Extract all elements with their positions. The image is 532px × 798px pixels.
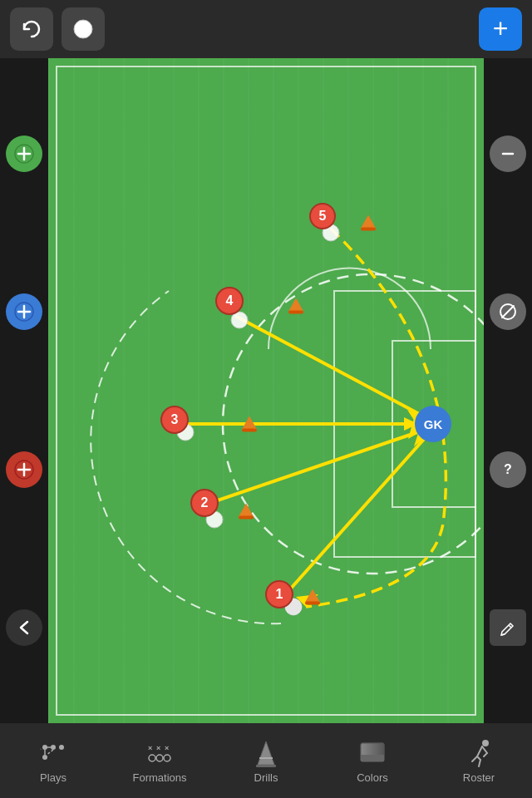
add-button[interactable]: + xyxy=(479,7,522,51)
right-sidebar: ? xyxy=(484,58,532,723)
svg-line-35 xyxy=(501,634,505,635)
bottom-nav: ◦ Plays × × × Formations xyxy=(0,723,532,798)
cone-3 xyxy=(242,416,257,432)
roster-icon xyxy=(464,738,494,768)
player-1[interactable]: 1 xyxy=(265,580,293,608)
colors-icon xyxy=(357,738,387,768)
canvas-area: 5 4 3 2 1 GK xyxy=(0,58,532,723)
top-toolbar: + xyxy=(0,0,532,58)
player-3[interactable]: 3 xyxy=(160,406,189,434)
edit-button[interactable] xyxy=(490,609,526,646)
field-markings: 5 4 3 2 1 GK xyxy=(48,58,484,723)
nav-colors[interactable]: Colors xyxy=(319,732,426,791)
cone-1 xyxy=(361,215,376,231)
svg-line-21 xyxy=(235,316,422,416)
svg-text:×: × xyxy=(156,744,160,752)
plays-icon: ◦ xyxy=(38,738,68,768)
svg-line-17 xyxy=(210,431,422,503)
refresh-button[interactable] xyxy=(10,7,53,51)
add-player-blue-button[interactable] xyxy=(6,293,42,330)
svg-rect-48 xyxy=(156,755,163,761)
svg-text:◦: ◦ xyxy=(40,746,42,751)
player-2[interactable]: 2 xyxy=(190,489,219,517)
drills-icon xyxy=(251,738,281,768)
svg-point-56 xyxy=(482,740,489,746)
ball-button[interactable] xyxy=(62,7,105,51)
svg-text:×: × xyxy=(165,744,169,752)
svg-point-37 xyxy=(51,745,56,750)
slash-button[interactable] xyxy=(490,293,526,330)
nav-plays[interactable]: ◦ Plays xyxy=(0,732,106,791)
nav-drills[interactable]: Drills xyxy=(213,732,319,791)
svg-line-34 xyxy=(509,625,511,628)
svg-point-38 xyxy=(59,745,64,750)
roster-label: Roster xyxy=(463,771,495,784)
cone-2 xyxy=(288,298,303,314)
colors-label: Colors xyxy=(357,771,388,784)
add-player-red-button[interactable] xyxy=(6,451,42,488)
svg-marker-50 xyxy=(258,741,274,765)
plays-label: Plays xyxy=(40,771,66,784)
gk-badge[interactable]: GK xyxy=(415,406,451,442)
left-sidebar xyxy=(0,58,48,723)
player-4[interactable]: 4 xyxy=(215,287,244,315)
player-5[interactable]: 5 xyxy=(309,203,336,229)
svg-rect-52 xyxy=(256,765,276,767)
help-button[interactable]: ? xyxy=(490,451,526,488)
zoom-out-button[interactable] xyxy=(490,135,526,172)
svg-rect-11 xyxy=(57,66,475,715)
add-icon: + xyxy=(493,15,509,42)
back-arrow-button[interactable] xyxy=(6,609,42,646)
nav-formations[interactable]: × × × Formations xyxy=(106,732,213,791)
svg-rect-55 xyxy=(361,755,384,761)
add-player-green-button[interactable] xyxy=(6,135,42,172)
svg-text:?: ? xyxy=(504,462,512,476)
svg-point-39 xyxy=(42,755,47,760)
svg-line-42 xyxy=(47,750,53,755)
cone-4 xyxy=(239,504,254,520)
svg-rect-49 xyxy=(164,755,170,761)
svg-line-15 xyxy=(289,436,426,590)
drills-label: Drills xyxy=(254,771,278,784)
nav-roster[interactable]: Roster xyxy=(426,732,532,791)
formations-label: Formations xyxy=(132,771,186,784)
svg-line-32 xyxy=(502,306,514,318)
soccer-field[interactable]: 5 4 3 2 1 GK xyxy=(48,58,484,723)
cone-5 xyxy=(305,589,320,605)
svg-rect-47 xyxy=(149,755,155,761)
formations-icon: × × × xyxy=(145,738,175,768)
svg-text:×: × xyxy=(148,744,152,752)
